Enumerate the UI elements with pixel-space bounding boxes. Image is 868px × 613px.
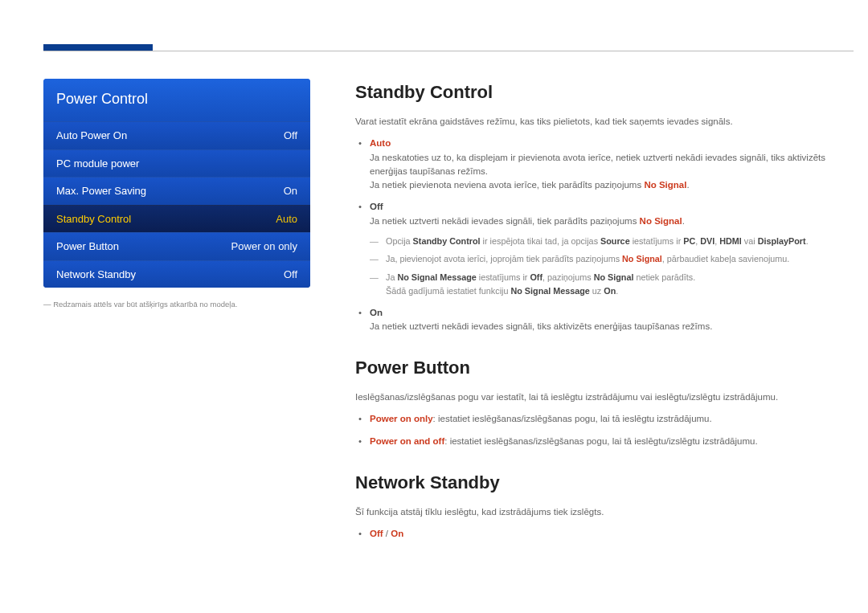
osd-value: Auto	[276, 211, 297, 227]
osd-row-power-button[interactable]: Power Button Power on only	[43, 232, 310, 260]
t: HDMI	[719, 236, 742, 246]
osd-row-standby-control[interactable]: Standby Control Auto	[43, 205, 310, 233]
t: .	[806, 236, 809, 246]
powerbutton-opt2: Power on and off: iestatiet ieslēgšanas/…	[370, 435, 854, 448]
t: No Signal Message	[510, 286, 589, 296]
t: PC	[683, 236, 695, 246]
t: Off	[530, 272, 542, 282]
t: Šādā gadījumā iestatiet funkciju	[386, 286, 510, 296]
t: uz	[590, 286, 604, 296]
osd-title: Power Control	[43, 79, 310, 121]
sep: /	[383, 529, 391, 538]
t: No Signal	[594, 272, 634, 282]
osd-label: Standby Control	[56, 211, 131, 227]
osd-row-network-standby[interactable]: Network Standby Off	[43, 260, 310, 288]
t: iestatījums ir	[630, 236, 684, 246]
t: iestatījums ir	[477, 272, 530, 282]
osd-label: PC module power	[56, 156, 139, 172]
osd-label: Network Standby	[56, 267, 136, 283]
opt-label: On	[370, 308, 383, 317]
opt-label: Auto	[370, 138, 391, 148]
standby-opt-off: Off Ja netiek uztverti nekādi ievades si…	[370, 200, 854, 297]
opt-on: On	[391, 529, 403, 538]
t: , pārbaudiet kabeļa savienojumu.	[662, 254, 789, 264]
opt-label: Power on only	[370, 414, 433, 423]
highlight: No Signal	[640, 216, 682, 226]
t: netiek parādīts.	[633, 272, 695, 282]
t: DisplayPort	[758, 236, 806, 246]
t: Source	[600, 236, 630, 246]
t: .	[616, 286, 618, 296]
standby-opt-on: On Ja netiek uztverti nekādi ievades sig…	[370, 306, 854, 334]
section-standby-control: Standby Control Varat iestatīt ekrāna ga…	[355, 79, 854, 333]
text: Ja netiek pievienota neviena avota ierīc…	[370, 180, 644, 190]
header-accent	[43, 44, 153, 51]
section-network-standby: Network Standby Šī funkcija atstāj tīklu…	[355, 469, 854, 541]
note-line: Ja No Signal Message iestatījums ir Off,…	[386, 271, 854, 297]
osd-value: Off	[284, 128, 297, 144]
highlight: No Signal	[644, 180, 686, 190]
standby-intro: Varat iestatīt ekrāna gaidstāves režīmu,…	[355, 115, 854, 129]
t: , paziņojums	[542, 272, 594, 282]
t: No Signal	[622, 254, 662, 264]
osd-row-max-power-saving[interactable]: Max. Power Saving On	[43, 177, 310, 205]
page-content: Power Control Auto Power On Off PC modul…	[0, 0, 868, 562]
osd-value: Power on only	[231, 239, 297, 255]
text: Ja netiek uztverti nekādi ievades signāl…	[370, 216, 640, 226]
opt-off: Off	[370, 529, 383, 538]
t: On	[604, 286, 616, 296]
osd-value: On	[284, 183, 297, 199]
text: : iestatiet ieslēgšanas/izslēgšanas pogu…	[444, 436, 757, 446]
text: : iestatiet ieslēgšanas/izslēgšanas pogu…	[433, 414, 712, 423]
powerbutton-intro: Ieslēgšanas/izslēgšanas pogu var iestatī…	[355, 390, 854, 404]
t: Ja	[386, 272, 397, 282]
text: .	[686, 180, 689, 190]
note-line: Opcija Standby Control ir iespējota tika…	[386, 235, 854, 248]
t: vai	[742, 236, 758, 246]
osd-label: Max. Power Saving	[56, 183, 146, 199]
powerbutton-opt1: Power on only: iestatiet ieslēgšanas/izs…	[370, 412, 854, 426]
standby-opt-auto: Auto Ja neskatoties uz to, ka displejam …	[370, 137, 854, 192]
osd-panel: Power Control Auto Power On Off PC modul…	[43, 79, 310, 288]
t: Ja, pievienojot avota ierīci, joprojām t…	[386, 254, 622, 264]
heading-network-standby: Network Standby	[355, 469, 854, 496]
opt-label: Power on and off	[370, 436, 444, 446]
note-line: Ja, pievienojot avota ierīci, joprojām t…	[386, 252, 854, 266]
t: Standby Control	[413, 236, 481, 246]
osd-label: Auto Power On	[56, 128, 127, 144]
left-column: Power Control Auto Power On Off PC modul…	[43, 79, 310, 562]
t: Opcija	[386, 236, 413, 246]
osd-value: Off	[284, 267, 297, 283]
heading-power-button: Power Button	[355, 354, 854, 381]
t: No Signal Message	[397, 272, 476, 282]
image-note: Redzamais attēls var būt atšķirīgs atkar…	[43, 299, 310, 310]
heading-standby-control: Standby Control	[355, 79, 854, 105]
text: Ja neskatoties uz to, ka displejam ir pi…	[370, 153, 825, 176]
text: .	[682, 216, 685, 226]
osd-label: Power Button	[56, 239, 119, 255]
right-column: Standby Control Varat iestatīt ekrāna ga…	[355, 79, 854, 562]
opt-label: Off	[370, 202, 383, 211]
t: ir iespējota tikai tad, ja opcijas	[481, 236, 600, 246]
osd-row-auto-power-on[interactable]: Auto Power On Off	[43, 121, 310, 149]
osd-row-pc-module-power[interactable]: PC module power	[43, 149, 310, 178]
header-divider	[43, 51, 854, 51]
network-options: Off / On	[370, 527, 854, 541]
text: Ja netiek uztverti nekādi ievades signāl…	[370, 321, 712, 331]
t: DVI	[700, 236, 714, 246]
network-intro: Šī funkcija atstāj tīklu ieslēgtu, kad i…	[355, 505, 854, 519]
section-power-button: Power Button Ieslēgšanas/izslēgšanas pog…	[355, 354, 854, 448]
